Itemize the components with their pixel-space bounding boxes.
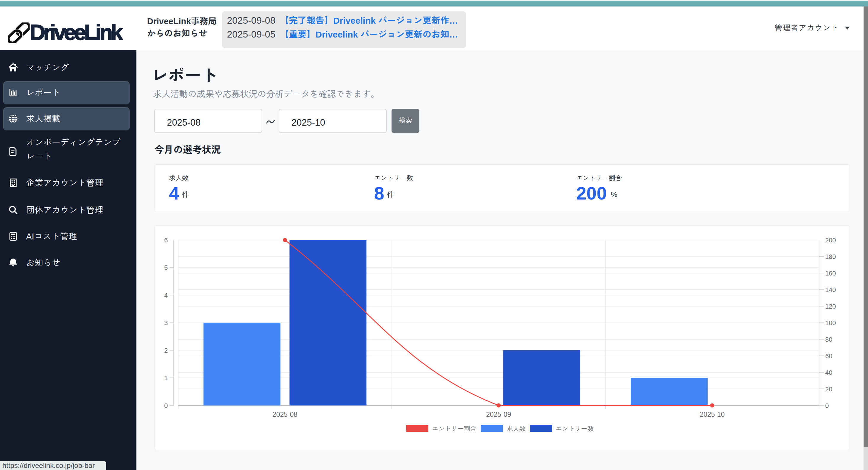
svg-text:0: 0 — [826, 402, 829, 409]
svg-text:2: 2 — [164, 347, 168, 354]
svg-text:5: 5 — [164, 264, 168, 271]
svg-text:2025-10: 2025-10 — [700, 411, 724, 418]
svg-text:求人数: 求人数 — [506, 425, 526, 432]
svg-text:40: 40 — [826, 369, 833, 376]
svg-text:20: 20 — [826, 386, 833, 393]
svg-text:160: 160 — [826, 270, 836, 277]
svg-text:3: 3 — [164, 319, 168, 327]
svg-text:2025-08: 2025-08 — [273, 411, 298, 418]
svg-text:60: 60 — [826, 352, 833, 360]
svg-text:180: 180 — [826, 253, 836, 261]
svg-text:6: 6 — [164, 236, 168, 244]
svg-text:200: 200 — [826, 237, 836, 244]
svg-text:0: 0 — [164, 402, 168, 409]
svg-text:1: 1 — [164, 374, 168, 381]
svg-text:エントリー数: エントリー数 — [556, 425, 594, 432]
svg-text:エントリー割合: エントリー割合 — [432, 425, 477, 432]
svg-text:120: 120 — [826, 303, 836, 310]
svg-text:100: 100 — [826, 320, 836, 327]
svg-text:80: 80 — [826, 336, 833, 343]
svg-text:2025-09: 2025-09 — [486, 411, 511, 418]
svg-text:140: 140 — [826, 287, 836, 294]
svg-text:4: 4 — [164, 292, 168, 299]
